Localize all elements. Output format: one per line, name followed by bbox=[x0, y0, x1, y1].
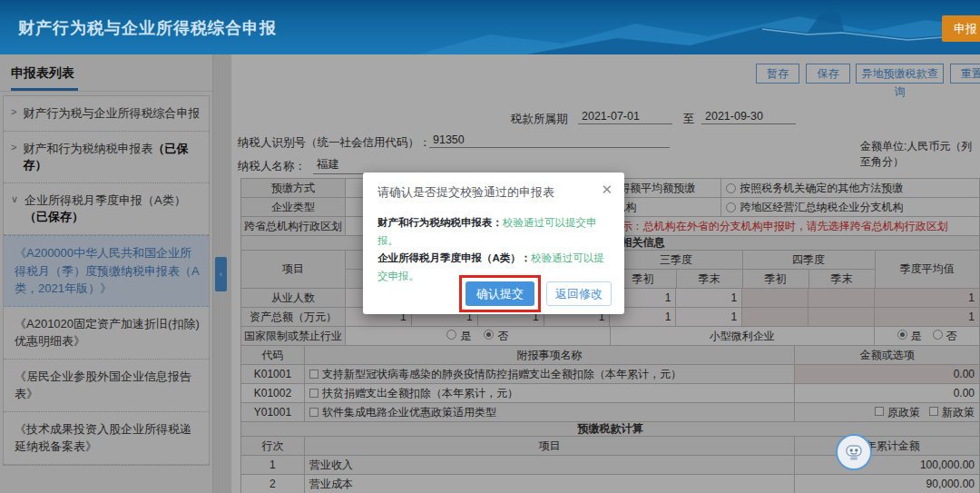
declare-button[interactable]: 申报 bbox=[942, 15, 980, 42]
validation-line-1: 财产和行为税纳税申报表：校验通过可以提交申报。 bbox=[377, 214, 610, 250]
page-title: 财产行为税与企业所得税综合申报 bbox=[18, 17, 277, 39]
close-icon[interactable]: ✕ bbox=[601, 182, 612, 198]
back-to-edit-button[interactable]: 返回修改 bbox=[546, 281, 612, 306]
dialog-body: 财产和行为税纳税申报表：校验通过可以提交申报。 企业所得税月季度申报（A类）：校… bbox=[363, 201, 624, 285]
robot-assistant-icon[interactable] bbox=[836, 434, 872, 470]
validation-line-2: 企业所得税月季度申报（A类）：校验通过可以提交申报。 bbox=[377, 250, 610, 285]
confirm-submit-button[interactable]: 确认提交 bbox=[466, 281, 534, 306]
app-header: 财产行为税与企业所得税综合申报 申报 bbox=[0, 0, 980, 54]
submit-confirmation-dialog: 请确认是否提交校验通过的申报表 ✕ 财产和行为税纳税申报表：校验通过可以提交申报… bbox=[363, 173, 624, 314]
dialog-title: 请确认是否提交校验通过的申报表 bbox=[363, 173, 624, 201]
great-wall-decoration bbox=[417, 0, 980, 54]
app-window: 财产行为税与企业所得税综合申报 申报 申报表列表 > 财产行为税与企业所得税综合… bbox=[0, 0, 980, 493]
dialog-buttons: 确认提交 返回修改 bbox=[466, 281, 612, 306]
